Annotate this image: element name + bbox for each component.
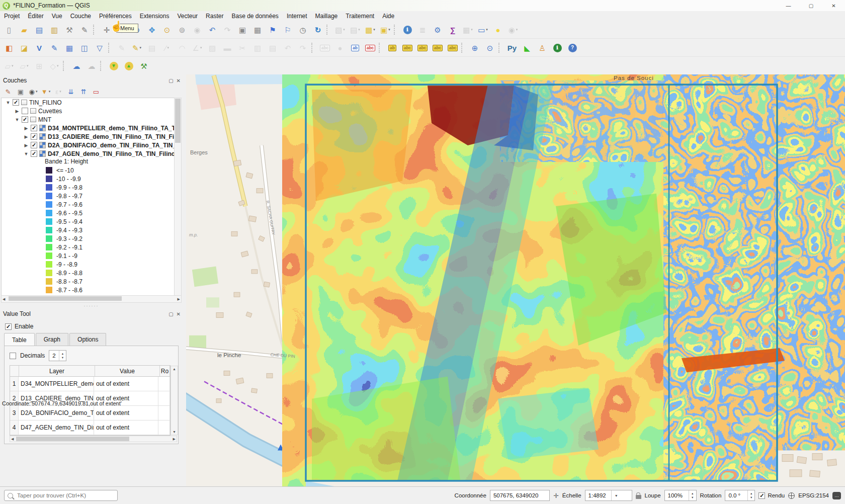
value-table-horizontal-scrollbar[interactable]: ◀ ▶: [10, 436, 177, 442]
paste-features-button[interactable]: ▤: [266, 41, 280, 54]
new-shapefile-layer-button[interactable]: V: [32, 41, 46, 54]
map-tips-button[interactable]: ●: [491, 23, 505, 36]
menu-internet[interactable]: Internet: [283, 12, 311, 21]
layer-visibility-checkbox[interactable]: ✓: [22, 116, 28, 123]
geopackage-tools-button[interactable]: ⚒: [137, 59, 151, 72]
legend-item[interactable]: -9.7 - -9.6: [2, 200, 181, 209]
layer-visibility-checkbox[interactable]: ✓: [31, 142, 37, 148]
magnifier-spinbox[interactable]: 100% ▲▼: [664, 490, 697, 501]
data-source-manager-button[interactable]: ◧: [2, 41, 16, 54]
mesh-digitizing-button[interactable]: ▱▾: [2, 59, 16, 72]
menu-couche[interactable]: Couche: [66, 12, 95, 21]
legend-item[interactable]: -9.9 - -9.8: [2, 183, 181, 192]
decimals-spinbox[interactable]: 2 ▲▼: [49, 350, 66, 361]
menu-vecteur[interactable]: Vecteur: [173, 12, 202, 21]
open-attribute-table-button[interactable]: ▦▾: [461, 23, 475, 36]
processing-toolbox-button[interactable]: ⚙: [431, 23, 445, 36]
render-checkbox[interactable]: ✓: [758, 492, 765, 499]
temporal-controller-button[interactable]: ◷: [296, 23, 310, 36]
column-header-num[interactable]: [10, 366, 19, 376]
label-change-properties-button[interactable]: abc: [446, 41, 460, 54]
whats-this-button[interactable]: ℹ: [550, 41, 564, 54]
metasearch-new-connection-button[interactable]: ⊕: [468, 41, 482, 54]
remove-layer-button[interactable]: ▭: [91, 87, 102, 97]
expander-icon[interactable]: ▶: [15, 109, 20, 114]
python-console-button[interactable]: Py: [505, 41, 519, 54]
legend-item[interactable]: -9.2 - -9.1: [2, 243, 181, 251]
delete-selected-button[interactable]: ▬: [220, 41, 234, 54]
legend-item[interactable]: -8.7 - -8.6: [2, 286, 181, 294]
style-manager-button[interactable]: ✎: [77, 23, 92, 36]
search-input[interactable]: [16, 492, 114, 499]
cloud-upload-button[interactable]: ☁: [84, 59, 99, 72]
collapse-all-button[interactable]: ⇈: [78, 87, 89, 97]
tab-graph[interactable]: Graph: [36, 333, 68, 346]
menu-raster[interactable]: Raster: [202, 12, 227, 21]
layer-row-d47-agen-demo-tin-filino-ta-tin-filino[interactable]: ▼✓D47_AGEN_demo_TIN_Filino_TA_TIN_Filino: [2, 149, 181, 158]
legend-item[interactable]: -9.1 - -9: [2, 251, 181, 260]
new-project-button[interactable]: ▯: [2, 23, 16, 36]
layers-horizontal-scrollbar[interactable]: ◀ ▶: [1, 295, 182, 303]
locator-search[interactable]: [4, 490, 118, 501]
legend-item[interactable]: -8.9 - -8.8: [2, 269, 181, 277]
crs-value[interactable]: EPSG:2154: [798, 492, 829, 498]
crs-globe-icon[interactable]: [788, 492, 795, 499]
add-group-button[interactable]: ▣: [15, 87, 26, 97]
tab-table[interactable]: Table: [4, 333, 35, 346]
redo-button[interactable]: ↷: [296, 41, 310, 54]
metasearch-button[interactable]: ⊙: [483, 41, 497, 54]
select-by-location-button[interactable]: ▣▾: [378, 23, 392, 36]
current-edits-button[interactable]: ✎▾: [130, 41, 144, 54]
statistics-panel-button[interactable]: ≣: [415, 23, 430, 36]
layer-row-tin-filino[interactable]: ▼✓TIN_FILINO: [2, 98, 181, 107]
layer-visibility-checkbox[interactable]: ✓: [13, 99, 19, 106]
menu-maillage[interactable]: Maillage: [311, 12, 342, 21]
select-features-button[interactable]: ▧▾: [333, 23, 347, 36]
scroll-left-icon[interactable]: ◀: [3, 297, 5, 301]
legend-item[interactable]: -10 - -9.9: [2, 175, 181, 183]
column-header-layer[interactable]: Layer: [19, 366, 95, 376]
layer-visibility-checkbox[interactable]: ✓: [31, 150, 37, 157]
layers-vertical-scrollbar[interactable]: [174, 98, 182, 296]
cloud-download-button[interactable]: ☁: [69, 59, 83, 72]
filter-legend-button[interactable]: ▼▾: [40, 87, 51, 97]
value-table-vertical-scrollbar[interactable]: ▲ ▼: [171, 366, 178, 435]
multiedit-attributes-button[interactable]: ▨: [205, 41, 219, 54]
menu-aide[interactable]: Aide: [378, 12, 398, 21]
filter-by-expression-button[interactable]: ε▾: [53, 87, 64, 97]
layer-row-d34-montpellier-demo-tin-filino-ta-tin-fili[interactable]: ▶✓D34_MONTPELLIER_demo_TIN_Filino_TA_TIN…: [2, 124, 181, 132]
layers-panel-float-button[interactable]: ▢: [168, 78, 173, 83]
layer-visibility-checkbox[interactable]: ✓: [31, 125, 37, 131]
coordinate-input[interactable]: 507675, 6349020: [490, 490, 550, 501]
new-virtual-layer-button[interactable]: ◫: [77, 41, 92, 54]
messages-icon[interactable]: …: [832, 492, 841, 499]
legend-item[interactable]: -9.3 - -9.2: [2, 234, 181, 243]
label-pin-disabled-button[interactable]: abc: [318, 41, 332, 54]
menu-base-de-donnees[interactable]: Base de données: [227, 12, 282, 21]
cut-features-button[interactable]: ✂: [235, 41, 249, 54]
layer-row-d13-cadiere-demo-tin-filino-ta-tin-filino[interactable]: ▶✓D13_CADIERE_demo_TIN_Filino_TA_TIN_Fil…: [2, 132, 181, 141]
mesh-transform-button[interactable]: ◇▾: [47, 59, 61, 72]
menu-projet[interactable]: Projet: [0, 12, 24, 21]
zoom-full-button[interactable]: ✥: [145, 23, 159, 36]
legend-item[interactable]: -9.6 - -9.5: [2, 209, 181, 217]
save-layer-edits-button[interactable]: ▤: [145, 41, 159, 54]
new-spatial-bookmark-button[interactable]: ⚑: [266, 23, 280, 36]
label-highlight-pinned-button[interactable]: ab: [348, 41, 362, 54]
layer-visibility-checkbox[interactable]: ✓: [31, 133, 37, 140]
undo-button[interactable]: ↶: [281, 41, 295, 54]
new-print-layout-button[interactable]: ▥: [47, 23, 61, 36]
legend-item[interactable]: <= -10: [2, 166, 181, 175]
dock-map-splitter[interactable]: [183, 74, 186, 487]
column-header-ro[interactable]: Ro: [160, 366, 170, 376]
new-geopackage-layer-button[interactable]: ◪: [17, 41, 31, 54]
expander-icon[interactable]: ▶: [24, 126, 29, 131]
lock-scale-icon[interactable]: [636, 495, 641, 499]
profile-tool-button[interactable]: ◣: [520, 41, 534, 54]
identify-features-button[interactable]: ℹ: [400, 23, 414, 36]
run-feature-action-button[interactable]: ◉▾: [506, 23, 520, 36]
extents-toggle-icon[interactable]: ✛: [553, 492, 559, 499]
layer-visibility-checkbox[interactable]: [22, 108, 28, 114]
expander-icon[interactable]: ▼: [24, 151, 29, 156]
open-project-button[interactable]: ▰: [17, 23, 31, 36]
